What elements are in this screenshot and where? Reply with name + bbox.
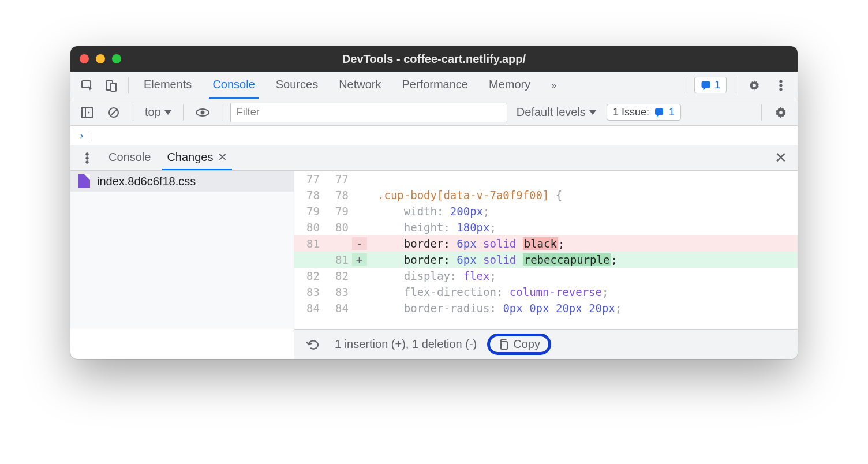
issues-count: 1 xyxy=(669,106,675,118)
diff-code: .cup-body[data-v-7a0f9f00] { xyxy=(367,189,798,201)
svg-rect-0 xyxy=(82,81,91,88)
svg-point-14 xyxy=(200,110,204,114)
context-selector[interactable]: top xyxy=(141,106,175,119)
changes-summary: 1 insertion (+), 1 deletion (-) xyxy=(335,338,477,351)
message-icon xyxy=(654,107,664,118)
svg-point-7 xyxy=(780,84,783,87)
tab-elements[interactable]: Elements xyxy=(140,72,195,99)
log-levels-selector[interactable]: Default levels xyxy=(517,106,596,119)
kebab-menu-icon[interactable] xyxy=(770,74,792,96)
drawer-tab-changes[interactable]: Changes ✕ xyxy=(162,145,232,170)
devtools-window: DevTools - coffee-cart.netlify.app/ Elem… xyxy=(70,46,798,359)
text-cursor xyxy=(91,130,92,141)
diff-code: display: flex; xyxy=(367,270,798,282)
copy-label: Copy xyxy=(513,338,540,351)
console-toolbar: top Default levels 1 Issue: 1 xyxy=(70,99,798,126)
window-title: DevTools - coffee-cart.netlify.app/ xyxy=(70,53,798,66)
tab-memory[interactable]: Memory xyxy=(485,72,534,99)
svg-point-16 xyxy=(779,110,783,114)
tab-console[interactable]: Console xyxy=(209,72,258,99)
zoom-window-button[interactable] xyxy=(112,54,121,63)
inspect-element-icon[interactable] xyxy=(76,74,98,96)
drawer-close-icon[interactable]: ✕ xyxy=(770,149,792,167)
diff-deleted-line: 81- border: 6px solid black; xyxy=(294,235,798,252)
console-prompt[interactable]: › xyxy=(70,126,798,145)
changes-footer: 1 insertion (+), 1 deletion (-) Copy xyxy=(294,329,798,359)
copy-button[interactable]: Copy xyxy=(487,334,551,355)
svg-point-19 xyxy=(86,160,89,163)
tabbar-right-tools: 1 xyxy=(682,74,792,96)
divider xyxy=(222,104,222,121)
clear-console-icon[interactable] xyxy=(103,102,125,124)
stylesheet-file-icon xyxy=(78,174,90,188)
svg-point-6 xyxy=(780,80,783,83)
divider xyxy=(183,104,184,121)
file-name: index.8d6c6f18.css xyxy=(97,175,196,188)
svg-rect-2 xyxy=(111,83,116,91)
context-label: top xyxy=(145,106,161,119)
svg-point-8 xyxy=(780,88,783,91)
divider xyxy=(686,77,686,93)
chevron-down-icon xyxy=(164,110,171,115)
svg-point-18 xyxy=(86,156,89,159)
copy-icon xyxy=(498,339,508,350)
svg-rect-3 xyxy=(702,81,710,88)
message-icon xyxy=(701,80,711,91)
svg-rect-15 xyxy=(655,108,663,115)
svg-line-12 xyxy=(110,109,117,116)
svg-point-5 xyxy=(753,83,757,87)
diff-code: border: 6px solid black; xyxy=(367,237,798,250)
divider xyxy=(761,104,762,121)
divider xyxy=(133,104,133,121)
issues-badge[interactable]: 1 xyxy=(694,77,727,93)
diff-code: border: 6px solid rebeccapurple; xyxy=(367,253,798,266)
device-toolbar-icon[interactable] xyxy=(100,74,122,96)
divider xyxy=(735,77,735,93)
changed-file-item[interactable]: index.8d6c6f18.css xyxy=(70,171,294,192)
console-issues-box[interactable]: 1 Issue: 1 xyxy=(607,104,681,121)
diff-code: height: 180px; xyxy=(367,221,798,234)
levels-label: Default levels xyxy=(517,106,586,119)
prompt-chevron-icon: › xyxy=(78,129,85,141)
traffic-lights xyxy=(80,54,121,63)
tab-sources[interactable]: Sources xyxy=(272,72,321,99)
close-window-button[interactable] xyxy=(80,54,89,63)
diff-code: width: 200px; xyxy=(367,205,798,218)
issue-count: 1 xyxy=(714,79,720,91)
main-tabbar: Elements Console Sources Network Perform… xyxy=(70,72,798,99)
drawer-kebab-icon[interactable] xyxy=(76,147,98,169)
issues-label: 1 Issue: xyxy=(613,106,649,118)
console-settings-icon[interactable] xyxy=(770,102,792,124)
changes-panel: index.8d6c6f18.css 7777 7878.cup-body[da… xyxy=(70,171,798,329)
titlebar: DevTools - coffee-cart.netlify.app/ xyxy=(70,46,798,72)
settings-icon[interactable] xyxy=(743,74,765,96)
chevron-down-icon xyxy=(589,110,596,115)
console-sidebar-toggle-icon[interactable] xyxy=(76,102,98,124)
more-tabs-button[interactable]: » xyxy=(548,72,560,99)
drawer-tab-console[interactable]: Console xyxy=(104,145,155,170)
svg-rect-20 xyxy=(501,342,507,349)
changed-files-list: index.8d6c6f18.css xyxy=(70,171,294,329)
minimize-window-button[interactable] xyxy=(96,54,105,63)
live-expression-icon[interactable] xyxy=(192,102,214,124)
diff-view: 7777 7878.cup-body[data-v-7a0f9f00] { 79… xyxy=(294,171,798,329)
drawer-tabs: Console Changes ✕ xyxy=(104,145,232,170)
diff-code: flex-direction: column-reverse; xyxy=(367,286,798,298)
panel-tabs: Elements Console Sources Network Perform… xyxy=(140,72,680,99)
divider xyxy=(128,77,129,93)
console-filter-input[interactable] xyxy=(230,103,507,122)
drawer-tabbar: Console Changes ✕ ✕ xyxy=(70,145,798,171)
svg-point-17 xyxy=(86,152,89,155)
diff-added-line: 81+ border: 6px solid rebeccapurple; xyxy=(294,252,798,268)
svg-rect-9 xyxy=(82,108,92,117)
diff-code: border-radius: 0px 0px 20px 20px; xyxy=(367,302,798,315)
tab-network[interactable]: Network xyxy=(335,72,384,99)
close-tab-icon[interactable]: ✕ xyxy=(218,150,227,164)
revert-icon[interactable] xyxy=(302,334,324,356)
tab-performance[interactable]: Performance xyxy=(399,72,472,99)
